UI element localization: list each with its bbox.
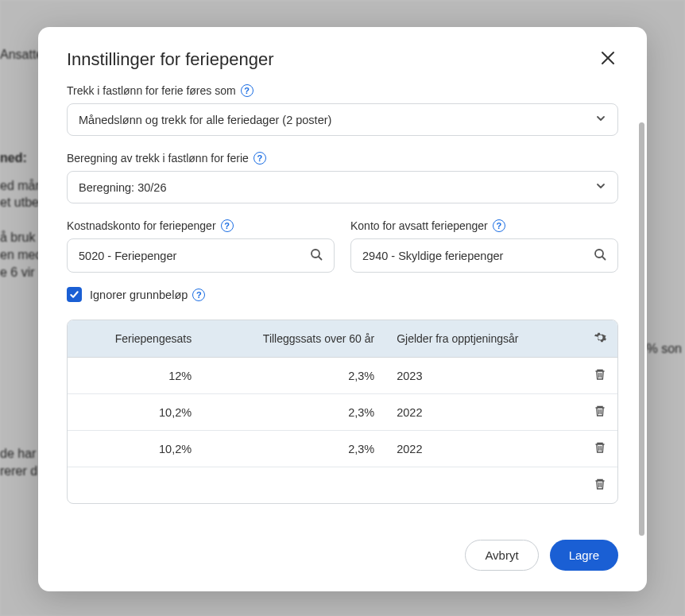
close-button[interactable]	[598, 48, 618, 72]
trash-icon	[594, 368, 606, 381]
trash-icon	[594, 478, 606, 490]
search-icon	[310, 248, 323, 263]
ignore-base-label: Ignorer grunnbeløp ?	[90, 289, 205, 301]
modal-title: Innstillinger for feriepenger	[67, 49, 273, 70]
scrollbar[interactable]	[639, 122, 644, 536]
table-row[interactable]	[68, 467, 617, 503]
delete-row-button[interactable]	[594, 407, 606, 420]
help-icon[interactable]: ?	[493, 219, 505, 232]
field-label-accrued-account: Konto for avsatt feriepenger ?	[350, 219, 618, 232]
trash-icon	[594, 405, 606, 417]
deduction-select[interactable]: Månedslønn og trekk for alle feriedager …	[67, 103, 618, 136]
table-row[interactable]: 10,2% 2,3% 2022	[68, 394, 617, 431]
delete-row-button[interactable]	[594, 444, 606, 456]
check-icon	[69, 289, 79, 300]
close-icon	[601, 51, 615, 65]
col-year: Gjelder fra opptjeningsår	[385, 320, 582, 358]
gear-icon	[594, 334, 607, 347]
field-label-deduction: Trekk i fastlønn for ferie føres som ?	[67, 84, 618, 97]
field-label-calculation: Beregning av trekk i fastlønn for ferie …	[67, 152, 618, 165]
col-rate: Feriepengesats	[68, 320, 203, 358]
col-settings[interactable]	[582, 320, 617, 358]
ignore-base-checkbox[interactable]	[67, 287, 82, 302]
cost-account-input[interactable]: 5020 - Feriepenger	[67, 238, 335, 273]
help-icon[interactable]: ?	[192, 289, 205, 301]
settings-modal: Innstillinger for feriepenger Trekk i fa…	[38, 27, 647, 591]
delete-row-button[interactable]	[594, 480, 606, 493]
delete-row-button[interactable]	[594, 370, 606, 383]
table-row[interactable]: 10,2% 2,3% 2022	[68, 431, 617, 467]
cancel-button[interactable]: Avbryt	[465, 540, 538, 571]
save-button[interactable]: Lagre	[550, 540, 618, 571]
search-icon	[594, 248, 606, 263]
help-icon[interactable]: ?	[241, 84, 253, 97]
trash-icon	[594, 441, 606, 454]
chevron-down-icon	[595, 180, 606, 194]
rates-table: Feriepengesats Tilleggssats over 60 år G…	[67, 320, 618, 504]
help-icon[interactable]: ?	[253, 152, 266, 165]
calculation-select[interactable]: Beregning: 30/26	[67, 171, 618, 203]
field-label-cost-account: Kostnadskonto for feriepenger ?	[67, 219, 335, 232]
col-extra: Tilleggssats over 60 år	[203, 320, 385, 358]
accrued-account-input[interactable]: 2940 - Skyldige feriepenger	[350, 238, 618, 273]
table-row[interactable]: 12% 2,3% 2023	[68, 358, 617, 394]
help-icon[interactable]: ?	[221, 219, 234, 232]
chevron-down-icon	[595, 113, 606, 126]
